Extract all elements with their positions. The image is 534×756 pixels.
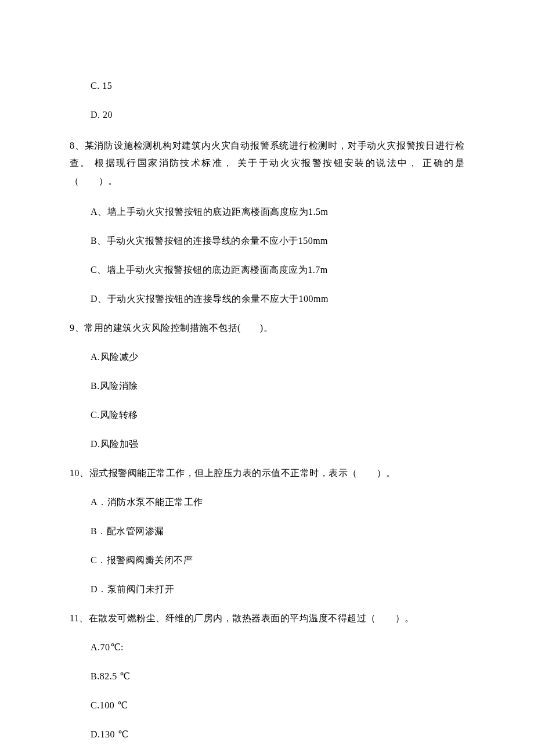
document-page: C. 15 D. 20 8、某消防设施检测机构对建筑内火灾自动报警系统进行检测时… bbox=[0, 0, 534, 756]
question-8-stem: 8、某消防设施检测机构对建筑内火灾自动报警系统进行检测时，对手动火灾报警按日进行… bbox=[70, 137, 464, 190]
question-8-option-c: C、墙上手动火灾报警按钮的底边距离楼面高度应为1.7m bbox=[91, 263, 464, 277]
question-11-option-a: A.70℃: bbox=[91, 640, 464, 654]
option-d: D. 20 bbox=[91, 108, 464, 122]
question-11-option-b: B.82.5 ℃ bbox=[91, 669, 464, 683]
question-10-option-a: A．消防水泵不能正常工作 bbox=[91, 495, 464, 509]
question-9-option-b: B.风险消除 bbox=[91, 379, 464, 393]
question-9-option-c: C.风险转移 bbox=[91, 408, 464, 422]
question-10-option-b: B．配水管网渗漏 bbox=[91, 524, 464, 538]
question-8-option-a: A、墙上手动火灾报警按钮的底边距离楼面高度应为1.5m bbox=[91, 205, 464, 219]
question-11-stem: 11、在散发可燃粉尘、纤维的厂房内，散热器表面的平均温度不得超过（ ）。 bbox=[70, 611, 464, 625]
question-8-option-b: B、手动火灾报警按钮的连接导线的余量不应小于150mm bbox=[91, 234, 464, 248]
option-c: C. 15 bbox=[91, 79, 464, 93]
question-10-option-c: C．报警阀阀瓣关闭不严 bbox=[91, 553, 464, 567]
question-11-option-d: D.130 ℃ bbox=[91, 728, 464, 741]
question-9-option-d: D.风险加强 bbox=[91, 437, 464, 451]
question-9-stem: 9、常用的建筑火灾风险控制措施不包括( )。 bbox=[70, 321, 464, 335]
question-11-option-c: C.100 ℃ bbox=[91, 699, 464, 712]
question-8-option-d: D、于动火灾报警按钮的连接导线的余量不应大于100mm bbox=[91, 292, 464, 306]
question-10-option-d: D．泵前阀门未打开 bbox=[91, 582, 464, 596]
question-9-option-a: A.风险减少 bbox=[91, 350, 464, 364]
question-10-stem: 10、湿式报警阀能正常工作，但上腔压力表的示值不正常时，表示（ ）。 bbox=[70, 466, 464, 480]
